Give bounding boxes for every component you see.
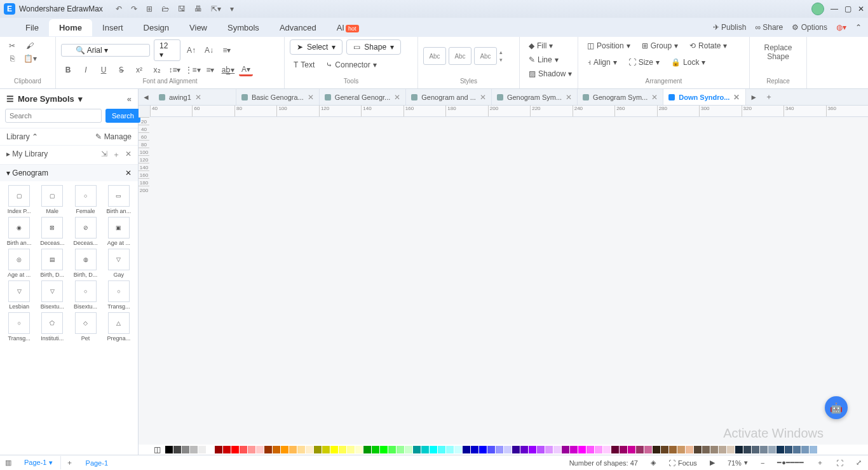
bullets-icon[interactable]: ⋮≡▾ (186, 64, 200, 76)
color-swatch[interactable] (793, 446, 801, 453)
color-swatch[interactable] (603, 446, 611, 453)
color-swatch[interactable] (686, 446, 693, 453)
minimize-icon[interactable]: — (831, 4, 838, 13)
color-swatch[interactable] (496, 446, 503, 453)
color-swatch[interactable] (595, 446, 602, 453)
shape-tool-button[interactable]: ▭ Shape ▾ (346, 39, 401, 55)
color-swatch[interactable] (165, 446, 173, 453)
collapse-ribbon-icon[interactable]: ⌃ (855, 23, 862, 32)
color-swatch[interactable] (388, 446, 396, 453)
color-swatch[interactable] (545, 446, 553, 453)
style-preset-2[interactable]: Abc (449, 47, 471, 65)
close-icon[interactable]: ✕ (394, 93, 400, 102)
doctab-6[interactable]: Down Syndro...✕ (663, 89, 746, 105)
close-icon[interactable]: ✕ (195, 93, 201, 102)
undo-icon[interactable]: ↶ (116, 4, 122, 13)
close-icon[interactable]: ✕ (480, 93, 486, 102)
color-swatch[interactable] (537, 446, 545, 453)
color-swatch[interactable] (587, 446, 594, 453)
notification-icon[interactable]: ◍▾ (836, 23, 846, 32)
color-swatch[interactable] (578, 446, 586, 453)
color-swatch[interactable] (355, 446, 363, 453)
color-swatch[interactable] (380, 446, 388, 453)
add-page-icon[interactable]: ＋ (61, 458, 78, 467)
collapse-panel-icon[interactable]: « (127, 94, 132, 104)
shape-item[interactable]: △Pregna... (104, 312, 134, 342)
library-label[interactable]: Library ⌃ (6, 132, 38, 141)
import-icon[interactable]: ⇲ (101, 149, 107, 160)
shadow-button[interactable]: ▨ Shadow ▾ (525, 67, 573, 80)
shape-item[interactable]: ▽Gay (104, 249, 134, 278)
shape-item[interactable]: ○Transg... (4, 312, 34, 342)
close-icon[interactable]: ✕ (858, 4, 864, 13)
save-icon[interactable]: 🖫 (178, 4, 186, 13)
add-icon[interactable]: ＋ (112, 149, 120, 160)
menu-view[interactable]: View (179, 19, 217, 36)
eyedropper-icon[interactable]: ◫ (154, 445, 161, 454)
shape-item[interactable]: ○Female (71, 185, 101, 214)
more-icon[interactable]: ▾ (230, 4, 234, 13)
doctab-1[interactable]: Basic Genogra...✕ (236, 89, 320, 105)
color-swatch[interactable] (215, 446, 222, 453)
color-swatch[interactable] (810, 446, 817, 453)
fit-page-icon[interactable]: ⛶ (830, 459, 850, 467)
section-close-icon[interactable]: ✕ (125, 169, 132, 177)
page-tab-selector[interactable]: Page-1 ▾ (17, 456, 61, 469)
decrease-font-icon[interactable]: A↓ (202, 44, 216, 57)
color-swatch[interactable] (182, 446, 189, 453)
options-button[interactable]: ⚙ Options (792, 23, 827, 32)
shape-item[interactable]: ▤Birth, D... (37, 249, 67, 278)
color-swatch[interactable] (430, 446, 437, 453)
color-swatch[interactable] (702, 446, 710, 453)
color-swatch[interactable] (405, 446, 412, 453)
shape-item[interactable]: ⬠Instituti... (37, 312, 67, 342)
lock-button[interactable]: 🔒 Lock▾ (667, 56, 709, 69)
fill-button[interactable]: ◆ Fill ▾ (525, 39, 573, 52)
maximize-icon[interactable]: ▢ (844, 4, 851, 13)
menu-file[interactable]: File (15, 19, 49, 36)
color-swatch[interactable] (273, 446, 280, 453)
color-swatch[interactable] (397, 446, 404, 453)
ai-assistant-button[interactable]: 🤖 (825, 396, 848, 419)
color-swatch[interactable] (620, 446, 627, 453)
shape-item[interactable]: ▢Male (37, 185, 67, 214)
align-icon[interactable]: ≡▾ (220, 44, 234, 57)
color-swatch[interactable] (529, 446, 536, 453)
user-avatar[interactable] (811, 3, 824, 15)
search-button[interactable]: Search (105, 109, 140, 123)
color-swatch[interactable] (504, 446, 512, 453)
page-layout-icon[interactable]: ▥ (0, 459, 17, 467)
underline-icon[interactable]: U (97, 64, 111, 76)
menu-symbols[interactable]: Symbols (217, 19, 269, 36)
shape-item[interactable]: ◎Age at ... (4, 249, 34, 278)
zoom-out-icon[interactable]: − (754, 459, 771, 467)
superscript-icon[interactable]: x² (132, 64, 146, 76)
menu-design[interactable]: Design (133, 19, 179, 36)
color-swatch[interactable] (727, 446, 735, 453)
mylibrary-toggle[interactable]: ▸ My Library (6, 149, 48, 160)
focus-button[interactable]: ⛶ Focus (662, 459, 703, 467)
color-swatch[interactable] (479, 446, 487, 453)
color-swatch[interactable] (520, 446, 528, 453)
paste-icon[interactable]: 📋▾ (23, 52, 37, 65)
color-swatch[interactable] (347, 446, 355, 453)
copy-icon[interactable]: ⎘ (5, 52, 19, 65)
color-swatch[interactable] (322, 446, 330, 453)
clear-format-icon[interactable]: ab̲▾ (221, 64, 235, 76)
export-icon[interactable]: ⇱▾ (211, 4, 221, 13)
color-swatch[interactable] (752, 446, 759, 453)
print-icon[interactable]: 🖶 (194, 4, 202, 13)
color-swatch[interactable] (223, 446, 231, 453)
shape-item[interactable]: ▽Lesbian (4, 280, 34, 310)
shape-item[interactable]: ⊠Deceas... (37, 217, 67, 246)
doctab-0[interactable]: awing1✕ (154, 89, 236, 105)
color-swatch[interactable] (240, 446, 247, 453)
section-genogram-toggle[interactable]: ▾ Genogram (6, 169, 48, 177)
color-swatch[interactable] (512, 446, 520, 453)
align-button[interactable]: ⫞ Align▾ (583, 56, 621, 69)
color-swatch[interactable] (248, 446, 255, 453)
shape-item[interactable]: ◉Birth an... (4, 217, 34, 246)
shape-item[interactable]: ▢Index P... (4, 185, 34, 214)
spacing-icon[interactable]: ↕≡▾ (168, 64, 182, 76)
color-swatch[interactable] (413, 446, 421, 453)
